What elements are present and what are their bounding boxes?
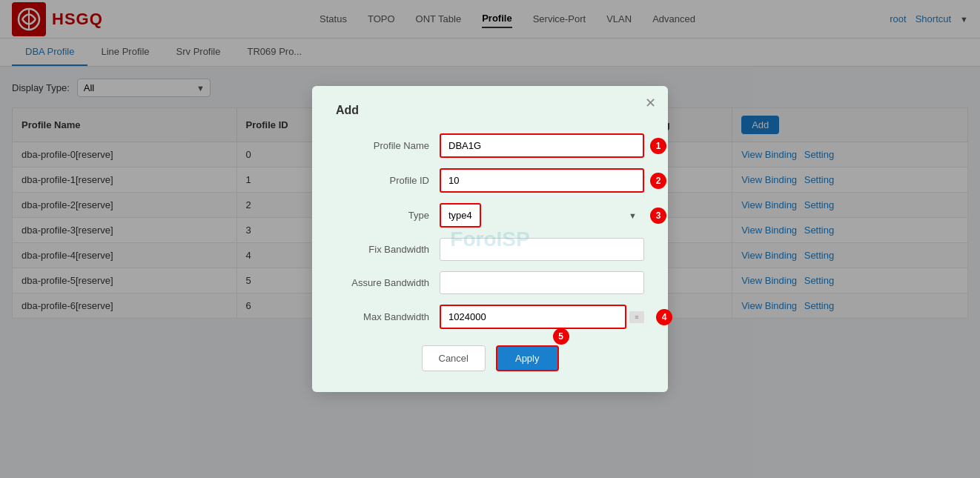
- max-bandwidth-input[interactable]: [440, 305, 626, 329]
- profile-id-input[interactable]: [440, 168, 644, 193]
- assure-bandwidth-label: Assure Bandwidth: [336, 277, 440, 288]
- profile-name-input[interactable]: [440, 133, 644, 158]
- badge-1: 1: [650, 138, 666, 154]
- max-bandwidth-label: Max Bandwidth: [336, 311, 440, 322]
- type-select[interactable]: type1 type2 type3 type4: [440, 203, 481, 228]
- add-modal: Add ✕ ForoISP Profile Name 1 Profile ID …: [312, 86, 668, 331]
- max-bandwidth-icon: ≡: [629, 311, 644, 323]
- modal-title: Add: [336, 104, 644, 117]
- type-select-wrapper: type1 type2 type3 type4 ▼: [440, 203, 644, 228]
- type-field-wrapper: type1 type2 type3 type4 ▼ 3: [440, 203, 644, 228]
- assure-bandwidth-row: Assure Bandwidth: [336, 271, 644, 294]
- type-label: Type: [336, 210, 440, 221]
- fix-bandwidth-row: Fix Bandwidth: [336, 238, 644, 261]
- fix-bandwidth-label: Fix Bandwidth: [336, 244, 440, 255]
- badge-4: 4: [656, 309, 672, 325]
- profile-id-field-wrapper: 2: [440, 168, 644, 193]
- badge-3: 3: [650, 208, 666, 224]
- modal-overlay: Add ✕ ForoISP Profile Name 1 Profile ID …: [0, 0, 980, 331]
- profile-name-field-wrapper: 1: [440, 133, 644, 158]
- profile-id-row: Profile ID 2: [336, 168, 644, 193]
- type-select-arrow-icon: ▼: [629, 211, 637, 220]
- profile-name-row: Profile Name 1: [336, 133, 644, 158]
- max-bandwidth-row: Max Bandwidth ≡ 4: [336, 305, 644, 329]
- type-row: Type type1 type2 type3 type4 ▼ 3: [336, 203, 644, 228]
- fix-bandwidth-input[interactable]: [440, 238, 644, 261]
- assure-bandwidth-input[interactable]: [440, 271, 644, 294]
- max-bandwidth-field-wrapper: ≡ 4: [440, 305, 644, 329]
- modal-close-button[interactable]: ✕: [645, 96, 656, 110]
- profile-id-label: Profile ID: [336, 175, 440, 186]
- profile-name-label: Profile Name: [336, 140, 440, 151]
- badge-2: 2: [650, 173, 666, 189]
